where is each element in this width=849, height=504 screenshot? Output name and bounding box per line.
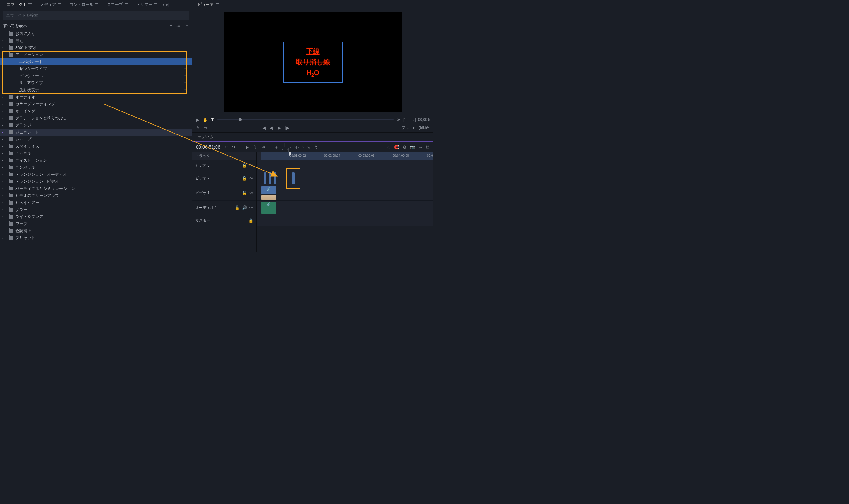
tree-folder[interactable]: ▸グランジ [0, 122, 192, 129]
tree-folder[interactable]: ▸ワープ [0, 220, 192, 227]
pen-tool-icon[interactable]: ✎ [195, 126, 200, 130]
video-clip[interactable] [274, 173, 276, 184]
tab-controls[interactable]: コントロール [65, 0, 103, 9]
track-lane-master[interactable] [257, 215, 433, 226]
step-fwd-icon[interactable]: |▶ [285, 126, 290, 130]
favorite-star-icon[interactable]: ☆ [182, 88, 189, 92]
zoom-label[interactable]: (59.5% [419, 126, 430, 130]
track-lane-v1[interactable]: 🔗 [257, 186, 433, 201]
tree-folder[interactable]: ▸ビヘイビアー [0, 199, 192, 206]
tree-folder[interactable]: ▸キーイング [0, 107, 192, 114]
rate-tool-icon[interactable]: ⤡ [306, 145, 311, 149]
track-label-v3[interactable]: ビデオ 3🔓👁 [192, 160, 256, 171]
track-lane-a1[interactable]: 🔗 [257, 201, 433, 215]
play-icon[interactable]: ▶ [195, 118, 200, 122]
loop-icon[interactable]: ⟳ [396, 118, 401, 122]
tree-folder[interactable]: ▸プリセット [0, 234, 192, 241]
slide-tool-icon[interactable]: ⟷ [298, 145, 303, 149]
video-clip[interactable]: 🔗 [261, 186, 276, 194]
editor-timecode[interactable]: 00;00;51;06 [196, 145, 220, 149]
video-clip[interactable] [264, 173, 267, 184]
track-label-master[interactable]: マスター🔓 [192, 215, 256, 226]
favorite-star-icon[interactable]: ☆ [182, 80, 189, 86]
lock-icon[interactable]: 🔓 [248, 218, 253, 223]
out-icon[interactable]: →] [411, 118, 416, 122]
tree-folder[interactable]: ▸トランジション - ビデオ [0, 178, 192, 185]
tree-folder[interactable]: ▸オーディオ [0, 93, 192, 101]
tab-trimmer[interactable]: トリマー [132, 0, 161, 9]
lock-icon[interactable]: 🔓 [242, 191, 247, 195]
track-lane-v2[interactable] [257, 171, 433, 186]
tree-folder[interactable]: ▸色調補正 [0, 227, 192, 234]
tab-editor[interactable]: エディタ [194, 132, 223, 142]
hand-tool-icon[interactable]: ✋ [203, 118, 207, 122]
tab-media[interactable]: メディア [36, 0, 65, 9]
tree-effect-item[interactable]: 放射状表示☆ [0, 86, 192, 93]
tree-folder[interactable]: ▸テンポラル [0, 164, 192, 171]
waveform-icon[interactable]: 〰 [249, 205, 253, 210]
tree-folder[interactable]: ▸360° ビデオ [0, 44, 192, 51]
eye-icon[interactable]: 👁 [249, 176, 253, 181]
tree-folder[interactable]: ▸スタイライズ [0, 143, 192, 150]
tree-folder[interactable]: お気に入り [0, 30, 192, 37]
tree-folder[interactable]: ▸ライト＆フレア [0, 213, 192, 220]
scrubber[interactable] [217, 119, 394, 120]
more-icon[interactable]: ⋯ [183, 23, 189, 28]
sort-icon[interactable]: ↓≡ [175, 23, 181, 28]
tree-folder[interactable]: ▸シャープ [0, 136, 192, 143]
favorite-star-icon[interactable]: ☆ [182, 59, 189, 64]
overwrite-tool-icon[interactable]: ⇥ [260, 145, 266, 149]
timeline-ruler[interactable]: 00;01;00;02 00;02;00;04 00;03;00;06 00;0… [257, 152, 433, 160]
favorite-star-icon[interactable]: ☆ [182, 73, 189, 78]
video-clip[interactable] [269, 173, 271, 184]
audio-clip[interactable]: 🔗 [261, 202, 276, 214]
eye-icon[interactable]: 👁 [249, 163, 253, 168]
tab-scopes[interactable]: スコープ [103, 0, 132, 9]
tree-effect-item[interactable]: ピンウィール☆ [0, 72, 192, 79]
tree-folder[interactable]: ▸グラデーションと塗りつぶし [0, 114, 192, 122]
tree-folder[interactable]: ▸ビデオのクリーンアップ [0, 192, 192, 199]
favorite-star-icon[interactable]: ☆ [182, 67, 189, 71]
slip-tool-icon[interactable]: ⟷| [290, 145, 295, 149]
track-label-v2[interactable]: ビデオ 2🔓👁 [192, 171, 256, 186]
lock-icon[interactable]: 🔓 [242, 176, 247, 181]
razor-tool-icon[interactable]: ↯ [314, 145, 319, 149]
tree-folder[interactable]: ▸ディストーション [0, 157, 192, 164]
export-icon[interactable]: ⇥ [418, 145, 423, 149]
settings-icon[interactable]: ⚙ [402, 145, 407, 149]
dropdown-icon[interactable]: ▾ [169, 23, 173, 28]
tree-folder-animation[interactable]: ▾アニメーション [0, 51, 192, 58]
insert-tool-icon[interactable]: ⤵ [253, 145, 257, 149]
tree-effect-item[interactable]: リニアワイプ☆ [0, 79, 192, 86]
tab-scroll-right-icon[interactable]: ▸ [161, 2, 166, 7]
tree-effect-item[interactable]: センターワイプ☆ [0, 65, 192, 72]
redo-icon[interactable]: ↷ [231, 145, 236, 149]
playhead[interactable] [290, 152, 290, 252]
track-label-a1[interactable]: オーディオ 1🔓🔊〰 [192, 201, 256, 215]
link-tool-icon[interactable]: ⟐ [274, 145, 279, 149]
tab-effects[interactable]: エフェクト [2, 0, 36, 9]
video-clip[interactable] [292, 173, 295, 184]
track-area[interactable]: 00;01;00;02 00;02;00;04 00;03;00;06 00;0… [257, 152, 433, 252]
play-button-icon[interactable]: ▶ [277, 126, 282, 130]
goto-start-icon[interactable]: |◀ [261, 126, 266, 130]
tab-viewer[interactable]: ビューア [194, 0, 223, 9]
eye-icon[interactable]: 👁 [249, 191, 253, 195]
snap-icon[interactable]: 🧲 [394, 145, 399, 149]
text-tool-icon[interactable]: T [210, 118, 215, 122]
tree-effect-item[interactable]: エバポレート☆ [0, 58, 192, 65]
viewer-canvas[interactable]: 下線 取り消し線 H2O [192, 9, 433, 115]
options-icon[interactable]: ⋯ [394, 126, 399, 130]
dropdown-icon[interactable]: ▾ [411, 126, 416, 130]
text-selection-box[interactable]: 下線 取り消し線 H2O [283, 42, 343, 83]
tree-folder[interactable]: ▸チャネル [0, 150, 192, 157]
scrubber-thumb[interactable] [239, 118, 242, 121]
tab-scroll-end-icon[interactable]: ▸| [166, 2, 170, 7]
ripple-tool-icon[interactable]: |⟷| [282, 142, 287, 151]
tree-folder[interactable]: ▸トランジション - オーディオ [0, 171, 192, 178]
tree-folder[interactable]: ▸カラーグレーディング [0, 101, 192, 107]
select-tool-icon[interactable]: ▶ [245, 145, 250, 149]
undo-icon[interactable]: ↶ [223, 145, 228, 149]
quality-label[interactable]: フル [401, 125, 409, 130]
tree-folder[interactable]: ▸最近 [0, 37, 192, 44]
